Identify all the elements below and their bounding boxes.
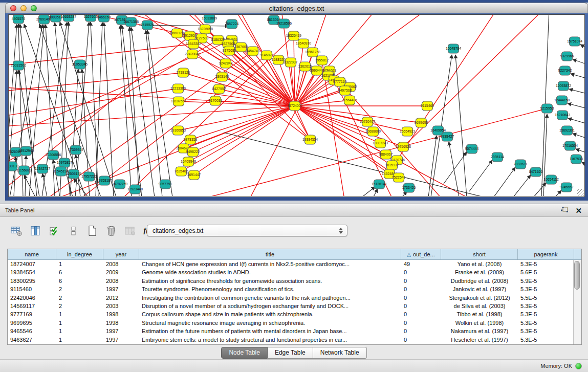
table-row[interactable]: 1872400712008Changes of HCN gene express… [8,260,581,268]
network-node[interactable]: 6466160 [97,15,111,22]
network-node[interactable]: 11156829 [16,166,31,175]
network-node[interactable]: 16961758 [305,48,320,57]
table-row[interactable]: 1830029562008Estimation of significance … [8,277,581,285]
tab-node-table[interactable]: Node Table [221,347,268,359]
table-row[interactable]: 969969511998Structural magnetic resonanc… [8,319,581,327]
network-node[interactable]: 9857791 [159,180,172,189]
network-node[interactable]: 2718126 [177,68,190,77]
network-node[interactable]: 19384554 [302,135,318,144]
network-node[interactable]: 16654923 [400,127,415,136]
network-node[interactable]: 8427552 [212,84,226,94]
network-node[interactable]: 19756928 [396,142,411,151]
network-node[interactable]: 1167533 [570,155,583,164]
table-row[interactable]: 911546021997Tourette syndrome. Phenomeno… [8,285,581,293]
network-node[interactable]: 2935114 [491,152,504,162]
table-row[interactable]: 977716911998Corpus callosum shape and si… [8,310,581,318]
network-node[interactable]: 7625402 [175,167,188,176]
network-node[interactable]: 8471626 [529,167,543,177]
network-node[interactable]: 19218596 [276,19,292,28]
network-node[interactable]: 8454749 [246,47,260,56]
close-window-button[interactable] [10,5,16,11]
column-header-year[interactable]: year [103,249,139,259]
network-svg[interactable]: 1872400786601288912954182260589127503165… [9,15,584,196]
network-node[interactable]: 8660128 [170,29,184,38]
network-node[interactable]: 16033809 [202,15,217,23]
network-node[interactable]: 17359924 [68,145,83,155]
network-node[interactable]: 10653287 [61,15,76,21]
network-node[interactable]: 2803144 [215,72,229,81]
resize-grip-icon[interactable] [577,189,584,196]
network-node[interactable]: 9245652 [560,183,574,192]
column-header-short[interactable]: short [441,249,518,259]
network-node[interactable]: 22420046 [185,50,200,59]
show-column-icon[interactable] [28,224,42,237]
network-node[interactable]: 20206556 [46,150,61,160]
vertical-scrollbar[interactable] [573,260,581,344]
network-node[interactable]: 21564486 [342,96,357,105]
table-selector-dropdown[interactable]: citations_edges.txt [147,225,347,236]
table-row[interactable]: 1938455462009Genome-wide association stu… [8,268,581,276]
delete-rows-icon[interactable] [104,224,118,237]
network-node[interactable]: 9938427 [441,132,454,141]
network-node[interactable]: 4405574 [12,15,26,24]
float-panel-icon[interactable] [560,207,568,214]
network-node[interactable]: 1588520 [272,55,286,64]
network-node[interactable]: 15692301 [559,126,575,135]
network-node[interactable]: 1615132 [385,161,399,170]
column-header-title[interactable]: title [139,249,401,259]
network-node[interactable]: 18640910 [296,39,311,48]
network-node[interactable]: 9227342 [558,66,572,75]
network-node[interactable]: 16648784 [446,44,461,53]
column-header-name[interactable]: name [8,249,56,259]
network-node[interactable]: 8322037 [284,58,298,67]
network-node[interactable]: 7955812 [315,56,329,65]
network-node[interactable]: 9115460 [421,101,434,111]
column-header-out_degree[interactable]: △out_de... [401,249,441,259]
table-row[interactable]: 946362711997Embryonic stem cells: a mode… [8,336,581,344]
network-node[interactable]: 7832621 [514,160,528,169]
column-header-pagerank[interactable]: pagerank [518,249,574,259]
network-node[interactable]: 7522546 [392,173,406,182]
network-node[interactable]: 6497568 [338,86,352,95]
network-node[interactable]: 9574444 [465,144,479,154]
network-node[interactable]: 7515526 [141,20,155,30]
network-window-titlebar[interactable]: citations_edges.txt [5,3,588,13]
network-node[interactable]: 15751074 [567,37,582,46]
network-node[interactable]: 9884067 [379,150,393,159]
create-table-icon[interactable] [85,224,99,237]
network-node[interactable]: 10688609 [365,127,381,136]
network-node[interactable]: 15136141 [372,180,387,189]
network-node[interactable]: 9329966 [560,52,574,61]
network-node[interactable]: 1527602 [84,15,98,21]
network-node[interactable]: 9699695 [415,118,428,127]
close-icon[interactable]: ✕ [575,207,582,214]
column-header-in_degree[interactable]: in_degree [56,249,103,259]
network-node[interactable]: 1691447 [187,170,201,180]
network-node[interactable]: 16210643 [555,111,570,120]
network-node[interactable]: 9242848 [219,59,233,68]
network-node[interactable]: 19166853 [170,126,186,135]
attribute-batch-editor-icon[interactable] [9,224,24,237]
scrollbar-thumb[interactable] [574,261,580,290]
network-node[interactable]: 12093872 [556,81,571,91]
minimize-window-button[interactable] [20,5,27,11]
zoom-window-button[interactable] [31,5,37,11]
network-node[interactable]: 17016504 [562,141,578,150]
network-node[interactable]: 7857224 [225,19,239,29]
tab-edge-table[interactable]: Edge Table [268,347,313,359]
network-node[interactable]: 1733426 [402,183,416,192]
table-row[interactable]: 2242004622012Investigating the contribut… [8,294,581,302]
network-node[interactable]: 9170038 [209,96,223,105]
network-node[interactable]: 16782759 [112,180,127,189]
network-node[interactable]: 12342737 [35,164,50,173]
network-node[interactable]: 9215953 [540,104,554,113]
memory-status-indicator[interactable] [575,363,582,369]
network-node[interactable]: 9498222 [186,147,200,157]
network-node[interactable]: 15720407 [360,117,375,126]
table-row[interactable]: 1456911722003Disruption of a novel membe… [8,302,581,310]
network-node[interactable]: 5878358 [184,135,198,144]
tab-network-table[interactable]: Network Table [313,347,367,359]
network-node[interactable]: 18107554 [171,97,186,106]
network-node[interactable]: 10975857 [57,158,72,167]
network-canvas[interactable]: 1872400786601288912954182260589127503165… [8,14,585,197]
